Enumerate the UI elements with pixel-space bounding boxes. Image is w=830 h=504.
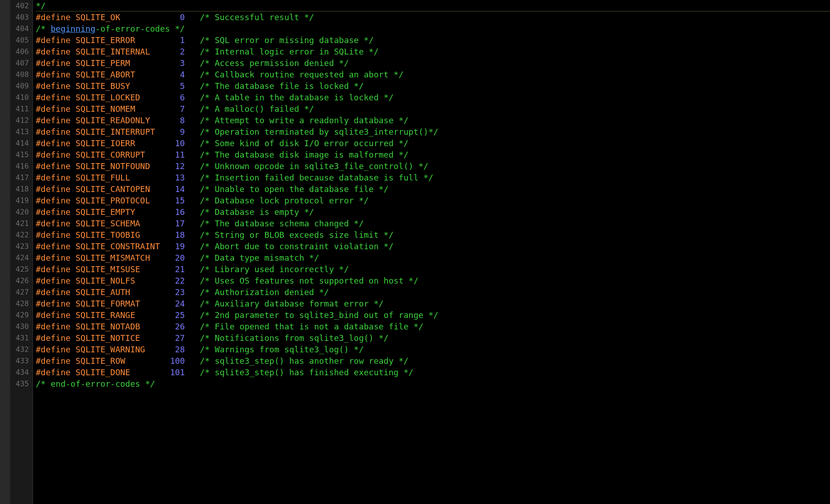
- code-line[interactable]: #define SQLITE_PROTOCOL 15 /* Database l…: [36, 195, 830, 206]
- line-number[interactable]: 427: [13, 286, 29, 298]
- line-number[interactable]: 423: [13, 241, 29, 252]
- line-number[interactable]: 415: [13, 149, 29, 160]
- line-comment: /* Authorization denied */: [200, 287, 329, 297]
- code-line[interactable]: #define SQLITE_SCHEMA 17 /* The database…: [36, 218, 830, 229]
- code-line[interactable]: #define SQLITE_NOMEM 7 /* A malloc() fai…: [36, 103, 830, 115]
- line-comment: /* Auxiliary database format error */: [200, 299, 384, 308]
- preprocessor-define: #define: [36, 104, 71, 114]
- line-number[interactable]: 433: [13, 355, 29, 367]
- line-number[interactable]: 416: [13, 160, 29, 172]
- code-line[interactable]: #define SQLITE_IOERR 10 /* Some kind of …: [36, 137, 830, 149]
- line-number[interactable]: 410: [13, 92, 29, 103]
- code-line[interactable]: #define SQLITE_NOTFOUND 12 /* Unknown op…: [36, 160, 830, 172]
- line-number[interactable]: 414: [13, 137, 29, 149]
- macro-name: SQLITE_AUTH: [76, 287, 165, 297]
- line-number[interactable]: 417: [13, 172, 29, 183]
- line-number[interactable]: 432: [13, 344, 29, 355]
- line-number[interactable]: 421: [13, 218, 29, 229]
- code-line[interactable]: #define SQLITE_BUSY 5 /* The database fi…: [36, 80, 830, 92]
- preprocessor-define: #define: [36, 322, 71, 331]
- code-line[interactable]: #define SQLITE_ROW 100 /* sqlite3_step()…: [36, 355, 830, 367]
- preprocessor-define: #define: [36, 230, 71, 240]
- beginning-link[interactable]: beginning: [51, 24, 96, 33]
- code-line[interactable]: #define SQLITE_TOOBIG 18 /* String or BL…: [36, 229, 830, 241]
- numeric-literal: 22: [170, 276, 185, 285]
- code-line[interactable]: #define SQLITE_RANGE 25 /* 2nd parameter…: [36, 309, 830, 321]
- line-comment: /* Attempt to write a readonly database …: [200, 115, 409, 125]
- code-line[interactable]: #define SQLITE_EMPTY 16 /* Database is e…: [36, 206, 830, 218]
- line-number[interactable]: 430: [13, 321, 29, 332]
- code-line[interactable]: /* beginning-of-error-codes */: [36, 23, 830, 34]
- line-number[interactable]: 429: [13, 309, 29, 321]
- code-line[interactable]: #define SQLITE_MISUSE 21 /* Library used…: [36, 263, 830, 275]
- preprocessor-define: #define: [36, 356, 71, 366]
- line-number[interactable]: 407: [13, 57, 29, 69]
- code-editor[interactable]: 4024034044054064074084094104114124134144…: [0, 0, 830, 504]
- line-number[interactable]: 406: [13, 46, 29, 57]
- code-line[interactable]: #define SQLITE_AUTH 23 /* Authorization …: [36, 286, 830, 298]
- line-number[interactable]: 419: [13, 195, 29, 206]
- line-number[interactable]: 409: [13, 80, 29, 92]
- line-number[interactable]: 412: [13, 115, 29, 126]
- code-line[interactable]: #define SQLITE_MISMATCH 20 /* Data type …: [36, 252, 830, 263]
- line-number[interactable]: 405: [13, 34, 29, 46]
- numeric-literal: 27: [170, 333, 185, 343]
- line-comment: /* Abort due to constraint violation */: [200, 241, 394, 251]
- macro-name: SQLITE_TOOBIG: [76, 230, 165, 240]
- line-number[interactable]: 431: [13, 332, 29, 344]
- code-line[interactable]: #define SQLITE_NOTICE 27 /* Notification…: [36, 332, 830, 344]
- code-line[interactable]: /* end-of-error-codes */: [36, 378, 830, 389]
- line-number[interactable]: 403: [13, 11, 29, 23]
- macro-name: SQLITE_NOTADB: [76, 322, 165, 331]
- code-line[interactable]: #define SQLITE_INTERNAL 2 /* Internal lo…: [36, 46, 830, 57]
- code-content[interactable]: */#define SQLITE_OK 0 /* Successful resu…: [33, 0, 830, 504]
- code-line[interactable]: #define SQLITE_CONSTRAINT 19 /* Abort du…: [36, 241, 830, 252]
- line-comment: /* SQL error or missing database */: [200, 35, 374, 45]
- line-comment: /* Unable to open the database file */: [200, 184, 389, 194]
- code-line[interactable]: #define SQLITE_CANTOPEN 14 /* Unable to …: [36, 183, 830, 195]
- preprocessor-define: #define: [36, 287, 71, 297]
- code-line[interactable]: #define SQLITE_FORMAT 24 /* Auxiliary da…: [36, 298, 830, 309]
- code-line[interactable]: #define SQLITE_PERM 3 /* Access permissi…: [36, 57, 830, 69]
- line-number[interactable]: 418: [13, 183, 29, 195]
- line-number[interactable]: 422: [13, 229, 29, 241]
- macro-name: SQLITE_CONSTRAINT: [76, 241, 165, 251]
- line-comment: /* 2nd parameter to sqlite3_bind out of …: [200, 310, 438, 320]
- preprocessor-define: #define: [36, 115, 71, 125]
- fold-gutter[interactable]: [0, 0, 10, 504]
- numeric-literal: 2: [170, 47, 185, 56]
- line-number[interactable]: 411: [13, 103, 29, 115]
- code-line[interactable]: #define SQLITE_INTERRUPT 9 /* Operation …: [36, 126, 830, 137]
- code-line[interactable]: #define SQLITE_ABORT 4 /* Callback routi…: [36, 69, 830, 80]
- line-number[interactable]: 425: [13, 263, 29, 275]
- line-number[interactable]: 408: [13, 69, 29, 80]
- line-number[interactable]: 428: [13, 298, 29, 309]
- line-number[interactable]: 434: [13, 367, 29, 378]
- line-comment: /* The database disk image is malformed …: [200, 150, 409, 159]
- code-line[interactable]: #define SQLITE_LOCKED 6 /* A table in th…: [36, 92, 830, 103]
- code-line[interactable]: #define SQLITE_NOTADB 26 /* File opened …: [36, 321, 830, 332]
- macro-name: SQLITE_PROTOCOL: [76, 196, 165, 205]
- line-number[interactable]: 402: [13, 0, 29, 11]
- line-number[interactable]: 426: [13, 275, 29, 286]
- code-line[interactable]: #define SQLITE_NOLFS 22 /* Uses OS featu…: [36, 275, 830, 286]
- code-line[interactable]: */: [36, 0, 830, 11]
- line-comment: /* Unknown opcode in sqlite3_file_contro…: [200, 161, 429, 171]
- code-line[interactable]: #define SQLITE_OK 0 /* Successful result…: [36, 11, 830, 23]
- code-line[interactable]: #define SQLITE_FULL 13 /* Insertion fail…: [36, 172, 830, 183]
- line-comment: /* Access permission denied */: [200, 58, 349, 68]
- code-line[interactable]: #define SQLITE_READONLY 8 /* Attempt to …: [36, 115, 830, 126]
- end-of-error-codes-comment: /* end-of-error-codes */: [36, 379, 155, 389]
- code-line[interactable]: #define SQLITE_CORRUPT 11 /* The databas…: [36, 149, 830, 160]
- line-number[interactable]: 420: [13, 206, 29, 218]
- line-number[interactable]: 404: [13, 23, 29, 34]
- code-line[interactable]: #define SQLITE_WARNING 28 /* Warnings fr…: [36, 344, 830, 355]
- block-comment-close: */: [36, 1, 46, 11]
- code-line[interactable]: #define SQLITE_ERROR 1 /* SQL error or m…: [36, 34, 830, 46]
- line-number[interactable]: 435: [13, 378, 29, 389]
- line-number-gutter[interactable]: 4024034044054064074084094104114124134144…: [10, 0, 33, 504]
- line-number[interactable]: 413: [13, 126, 29, 137]
- line-number[interactable]: 424: [13, 252, 29, 263]
- line-comment: /* sqlite3_step() has finished executing…: [200, 367, 414, 377]
- code-line[interactable]: #define SQLITE_DONE 101 /* sqlite3_step(…: [36, 367, 830, 378]
